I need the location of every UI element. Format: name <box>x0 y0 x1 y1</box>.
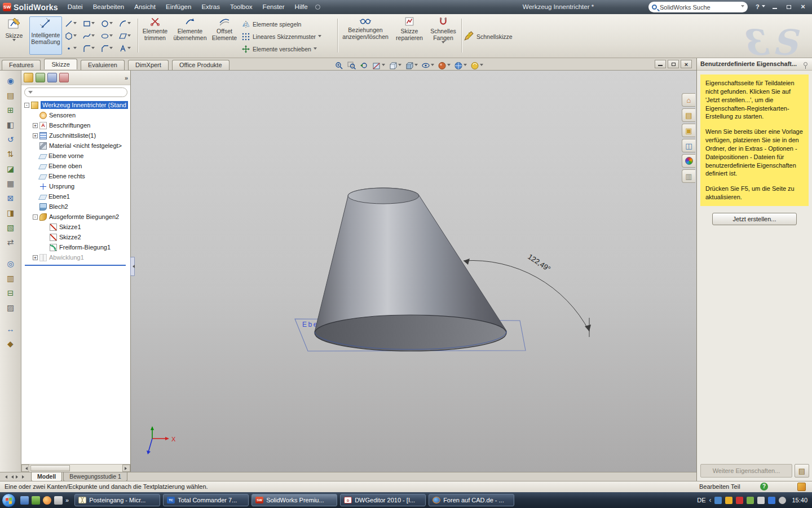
expand-toggle[interactable]: + <box>33 255 38 260</box>
expand-toggle[interactable]: + <box>33 133 38 138</box>
properties-file-icon[interactable]: ▤ <box>795 464 809 478</box>
zoom-fit-icon[interactable] <box>334 61 345 71</box>
left-tool-icon[interactable]: ⇄ <box>3 235 18 249</box>
tab-evaluieren[interactable]: Evaluieren <box>81 60 125 70</box>
tree-horizontal-scrollbar[interactable] <box>21 464 130 472</box>
menu-datei[interactable]: Datei <box>63 0 88 14</box>
left-tool-icon[interactable]: ⇅ <box>3 147 18 161</box>
tree-filter[interactable] <box>24 87 127 97</box>
left-tool-icon[interactable]: ◎ <box>3 257 18 270</box>
tree-item[interactable]: + Zuschnittsliste(1) <box>21 130 130 141</box>
cone-body[interactable] <box>315 188 506 351</box>
document-manager-tab[interactable]: ▥ <box>682 169 695 183</box>
scroll-left-button[interactable] <box>21 465 29 472</box>
doc-minimize-button[interactable] <box>655 60 666 68</box>
trim-entities-button[interactable]: Elemente trimmen <box>140 16 170 55</box>
scroll-right-button[interactable] <box>122 465 130 472</box>
rectangle-tool-icon[interactable] <box>81 17 99 30</box>
zoom-area-icon[interactable] <box>346 61 358 71</box>
move-entities-dropdown-icon[interactable] <box>314 47 317 51</box>
doc-close-button[interactable]: × <box>681 60 692 68</box>
close-button[interactable]: × <box>798 3 807 11</box>
propertymanager-tab-icon[interactable] <box>36 73 45 82</box>
tree-item[interactable]: Ebene rechts <box>21 171 130 181</box>
menu-fenster[interactable]: Fenster <box>258 0 290 14</box>
tree-item[interactable]: Ebene1 <box>21 191 130 202</box>
sketch-button[interactable]: Skizze <box>1 16 27 55</box>
view-orientation-icon[interactable] <box>387 61 403 71</box>
search-input[interactable] <box>660 4 741 11</box>
pushpin-icon[interactable] <box>804 62 807 66</box>
linear-pattern-dropdown-icon[interactable] <box>318 35 321 39</box>
left-tool-icon[interactable]: ⊟ <box>3 286 18 300</box>
create-now-button[interactable]: Jetzt erstellen... <box>712 213 797 225</box>
start-button[interactable] <box>2 493 16 507</box>
clock[interactable]: 15:40 <box>792 497 807 503</box>
network-icon[interactable] <box>768 497 775 504</box>
quick-tips-icon[interactable]: ? <box>760 483 768 491</box>
left-tool-icon[interactable]: ⊞ <box>3 103 18 117</box>
taskbar-button-total-commander[interactable]: TC Total Commander 7... <box>163 494 249 506</box>
expand-toggle[interactable]: - <box>24 103 29 108</box>
scroll-last-icon[interactable] <box>22 475 26 479</box>
quick-snaps-button[interactable]: Schnelles Fangen <box>427 16 459 55</box>
expand-toggle[interactable]: - <box>33 214 38 220</box>
language-indicator[interactable]: DE <box>697 497 705 503</box>
left-tool-icon[interactable]: ▦ <box>3 177 18 190</box>
left-tool-icon[interactable]: ▧ <box>3 221 18 234</box>
restore-button[interactable] <box>784 3 793 11</box>
panel-overflow-chevron-icon[interactable]: » <box>125 75 128 81</box>
design-library-tab[interactable]: ▤ <box>682 108 695 122</box>
tree-item[interactable]: Material <nicht festgelegt> <box>21 141 130 151</box>
menu-toolbox[interactable]: Toolbox <box>225 0 258 14</box>
volume-icon[interactable] <box>779 497 786 504</box>
text-tool-icon[interactable] <box>117 42 135 55</box>
expand-toggle[interactable]: + <box>33 123 38 128</box>
apply-scene-icon[interactable] <box>453 61 468 71</box>
help-button[interactable]: ? <box>756 0 760 14</box>
tree-item[interactable]: Ebene oben <box>21 161 130 171</box>
left-tool-icon[interactable]: ◪ <box>3 162 18 176</box>
tree-item[interactable]: - Ausgeformte Biegungen2 <box>21 212 130 222</box>
tree-filter-input[interactable] <box>35 89 123 95</box>
tree-item[interactable]: Skizze1 <box>21 222 130 232</box>
quick-launch-icon[interactable] <box>20 496 29 505</box>
tree-item[interactable]: Blech2 <box>21 202 130 212</box>
left-tool-icon[interactable]: ▥ <box>3 271 18 285</box>
convert-entities-button[interactable]: Elemente übernehmen <box>173 16 208 55</box>
solidworks-resources-tab[interactable]: ⌂ <box>682 93 695 107</box>
tab-modell[interactable]: Modell <box>31 472 62 481</box>
arc-tool-icon[interactable] <box>117 17 135 30</box>
smart-dimension-button[interactable]: Intelligente Bemaßung <box>29 16 62 55</box>
edit-appearance-icon[interactable] <box>436 61 452 71</box>
mirror-entities-button[interactable]: Elemente spiegeln <box>241 18 337 30</box>
left-tool-icon[interactable]: ◉ <box>3 74 18 87</box>
panel-splitter-handle[interactable] <box>130 257 135 276</box>
custom-properties-tab[interactable] <box>682 154 695 168</box>
search-box[interactable] <box>648 2 748 12</box>
menu-pin-icon[interactable] <box>315 5 320 10</box>
hide-show-items-icon[interactable] <box>420 61 435 71</box>
tree-item[interactable]: Freiform-Biegung1 <box>21 242 130 252</box>
tab-dimxpert[interactable]: DimXpert <box>128 60 169 70</box>
scroll-prev-icon[interactable] <box>10 475 14 479</box>
taskbar-button-dwgeditor[interactable]: D DWGeditor 2010 - [I... <box>340 494 426 506</box>
dimxpertmanager-tab-icon[interactable] <box>59 73 69 82</box>
quick-snaps-dropdown-icon[interactable] <box>442 41 445 45</box>
quick-launch-icon[interactable] <box>54 496 63 505</box>
menu-einfuegen[interactable]: Einfügen <box>161 0 196 14</box>
tree-root[interactable]: - Werkzeug Innentrichter (Stand <box>21 100 130 110</box>
display-style-icon[interactable] <box>404 61 419 71</box>
tree-item[interactable]: + Abwicklung1 <box>21 252 130 262</box>
left-tool-icon[interactable]: ↔ <box>3 322 18 336</box>
menu-extras[interactable]: Extras <box>196 0 225 14</box>
taskbar-button-outlook[interactable]: Posteingang - Micr... <box>74 494 160 506</box>
left-tool-icon[interactable]: ↺ <box>3 133 18 146</box>
parallelogram-tool-icon[interactable] <box>117 30 135 42</box>
line-tool-icon[interactable] <box>63 17 81 30</box>
scrollbar-thumb[interactable] <box>30 465 70 471</box>
menu-hilfe[interactable]: Hilfe <box>290 0 313 14</box>
tray-icon[interactable] <box>725 497 732 504</box>
tree-item[interactable]: Sensoren <box>21 110 130 120</box>
tree-item[interactable]: Ebene vorne <box>21 151 130 161</box>
